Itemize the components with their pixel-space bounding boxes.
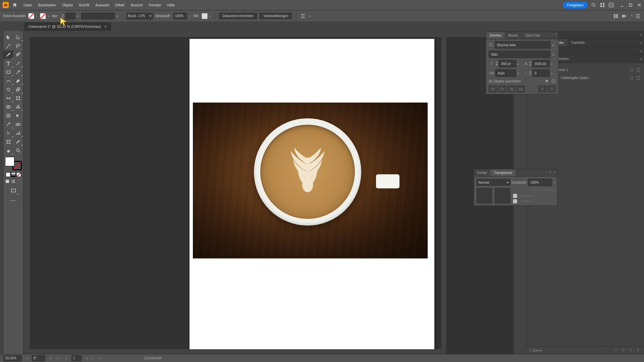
fill-stroke-indicator[interactable]: [5, 157, 22, 170]
opacity-input[interactable]: [173, 13, 187, 19]
selection-tool[interactable]: [3, 33, 13, 42]
zoom-input[interactable]: [3, 355, 22, 361]
rotate-tool[interactable]: [3, 85, 13, 94]
style-dropdown[interactable]: [209, 14, 211, 18]
curvature-tool[interactable]: [13, 50, 23, 59]
transp-opacity-input[interactable]: [528, 179, 552, 186]
close-icon[interactable]: [637, 3, 641, 7]
panel-menu-icon[interactable]: ≡: [640, 33, 642, 37]
tab-transparenz[interactable]: Transparenz: [490, 169, 516, 176]
home-icon[interactable]: [12, 2, 17, 8]
panel-close-icon[interactable]: ✕: [554, 33, 557, 36]
magic-wand-tool[interactable]: [3, 42, 13, 50]
maximize-icon[interactable]: [629, 3, 633, 7]
type-tool[interactable]: [3, 59, 13, 68]
slice-tool[interactable]: [13, 137, 23, 146]
line-tool[interactable]: [13, 59, 23, 68]
layer-select-icon[interactable]: [637, 68, 640, 71]
draw-behind-icon[interactable]: [11, 179, 16, 184]
screen-mode-tool[interactable]: [8, 186, 18, 195]
leading-stepper[interactable]: [529, 61, 532, 66]
glyph-btn-4[interactable]: Ag: [517, 85, 525, 92]
style-swatch[interactable]: [202, 13, 208, 19]
profile-dropdown[interactable]: [116, 14, 118, 18]
artboard-nav-input[interactable]: [71, 355, 82, 361]
panel-menu-icon[interactable]: ≡: [554, 170, 556, 174]
panel-menu-icon[interactable]: [635, 13, 641, 19]
fill-dropdown[interactable]: [35, 14, 37, 18]
font-size-input[interactable]: [499, 60, 516, 67]
lasso-tool[interactable]: [13, 42, 23, 50]
shaper-tool[interactable]: [3, 76, 13, 85]
menu-auswahl[interactable]: Auswahl: [93, 2, 112, 8]
share-button[interactable]: Freigeben: [563, 2, 588, 8]
rectangle-tool[interactable]: [3, 68, 13, 76]
stroke-weight-dropdown[interactable]: [76, 14, 78, 18]
menu-schrift[interactable]: Schrift: [76, 2, 92, 8]
menu-hilfe[interactable]: Hilfe: [165, 2, 177, 8]
arrange-icon[interactable]: [600, 2, 605, 8]
tab-close-icon[interactable]: ×: [104, 24, 107, 29]
tab-kontur[interactable]: Kontur: [474, 169, 490, 176]
clip-mask-icon[interactable]: ◫: [614, 348, 619, 353]
edit-toolbar-icon[interactable]: •••: [3, 198, 23, 202]
ruler-horizontal[interactable]: [30, 31, 513, 38]
layer-target-icon[interactable]: [630, 76, 633, 79]
layer-select-icon[interactable]: [637, 76, 640, 79]
panel-menu-icon[interactable]: ≡: [640, 49, 642, 53]
artboard-prev-icon[interactable]: ◀◀: [55, 356, 61, 360]
fill-color-box[interactable]: [5, 157, 14, 166]
transp-thumb-mask[interactable]: [495, 188, 510, 203]
blend-tool[interactable]: [13, 120, 23, 129]
menu-objekt[interactable]: Objekt: [59, 2, 75, 8]
font-style-input[interactable]: [489, 51, 550, 58]
glyph-btn-2[interactable]: Ax: [498, 85, 506, 92]
delete-layer-icon[interactable]: 🗑: [637, 348, 641, 353]
tracking-input[interactable]: [532, 69, 550, 77]
artboard-tool[interactable]: [3, 137, 13, 146]
shape-builder-tool[interactable]: [3, 103, 13, 111]
scale-tool[interactable]: [13, 85, 23, 94]
pen-tool[interactable]: [3, 50, 13, 59]
canvas-scrollbar-vertical[interactable]: [441, 31, 446, 349]
artboard-next-one-icon[interactable]: ▶: [92, 356, 94, 360]
leading-dropdown[interactable]: [550, 62, 554, 66]
free-transform-tool[interactable]: [13, 94, 23, 103]
zoom-tool[interactable]: [13, 146, 23, 155]
glyph-btn-5[interactable]: A: [538, 85, 546, 92]
search-icon[interactable]: [591, 2, 596, 8]
tracking-dropdown[interactable]: [550, 71, 554, 75]
hand-tool[interactable]: [3, 146, 13, 155]
tracking-stepper[interactable]: [529, 71, 532, 75]
canvas-area[interactable]: [23, 31, 513, 354]
artboard-next-icon[interactable]: ▶▶: [98, 356, 104, 360]
graph-tool[interactable]: [13, 129, 23, 137]
direct-selection-tool[interactable]: [13, 33, 23, 42]
preferences-button[interactable]: Voreinstellungen: [260, 13, 292, 19]
perspective-tool[interactable]: [13, 103, 23, 111]
make-mask-button[interactable]: Maske erstellen: [531, 188, 554, 192]
leading-input[interactable]: [532, 60, 550, 67]
font-family-dropdown[interactable]: [552, 43, 556, 47]
ctrl-right-icon-2[interactable]: [621, 13, 628, 19]
ctrl-right-icon-1[interactable]: [613, 13, 619, 19]
document-setup-button[interactable]: Dokument einrichten: [219, 13, 257, 19]
glyph-btn-1[interactable]: Ax: [489, 85, 497, 92]
ruler-origin[interactable]: [23, 31, 30, 38]
size-stepper[interactable]: [495, 61, 498, 66]
panel-menu-icon[interactable]: ≡: [640, 41, 642, 45]
glyph-btn-6[interactable]: A: [548, 85, 556, 92]
eyedropper-tool[interactable]: [3, 120, 13, 129]
tab-opentype[interactable]: OpenType: [522, 32, 544, 39]
menu-datei[interactable]: Datei: [21, 2, 35, 8]
align-dropdown[interactable]: [308, 14, 310, 18]
zoom-dropdown[interactable]: [26, 356, 28, 360]
eraser-tool[interactable]: [13, 76, 23, 85]
width-tool[interactable]: [3, 94, 13, 103]
color-mode-solid[interactable]: [6, 172, 10, 177]
glyph-metrics-icon[interactable]: [544, 79, 549, 83]
mesh-tool[interactable]: [3, 111, 13, 120]
new-sublayer-icon[interactable]: ⊞: [622, 348, 627, 353]
kerning-input[interactable]: [495, 69, 516, 77]
profile-input[interactable]: [81, 13, 115, 19]
